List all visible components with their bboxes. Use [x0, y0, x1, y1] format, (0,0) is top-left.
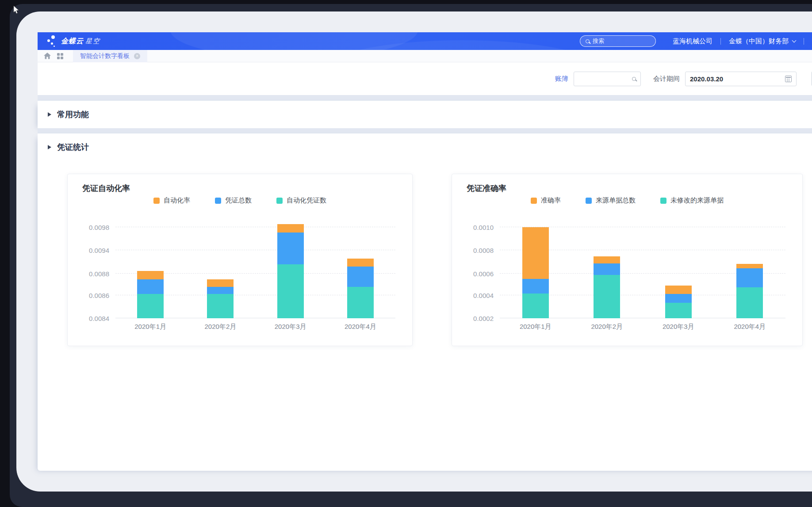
top-navbar: 金蝶云星空 搜索 蓝海机械公司 金蝶（中国）财务部 ?	[38, 32, 812, 50]
x-axis-label: 2020年1月	[500, 323, 571, 331]
org-name: 金蝶（中国）财务部	[729, 37, 789, 46]
section-gap	[38, 128, 812, 133]
y-axis-tick-label: 0.0008	[473, 247, 494, 254]
y-axis-tick-label: 0.0088	[89, 270, 109, 278]
section-title: 常用功能	[57, 109, 89, 120]
y-axis-tick-label: 0.0098	[89, 224, 109, 231]
search-placeholder: 搜索	[593, 37, 604, 45]
chart-legend: 自动化率凭证总数自动化凭证数	[68, 196, 412, 205]
legend-swatch	[276, 198, 283, 204]
search-icon	[632, 77, 636, 81]
y-axis-tick-label: 0.0004	[473, 292, 494, 299]
stacked-bar	[277, 224, 304, 318]
navbar-divider	[720, 38, 721, 45]
section-gap	[38, 95, 812, 101]
legend-swatch	[531, 198, 537, 204]
bar-segment	[665, 303, 692, 318]
x-axis-label: 2020年3月	[643, 323, 714, 331]
y-axis-tick-label: 0.0086	[89, 292, 109, 299]
plot-area	[115, 224, 395, 318]
stacked-bar	[137, 224, 164, 318]
navbar-divider	[804, 38, 804, 45]
x-axis-label: 2020年4月	[326, 323, 395, 331]
kingdee-logo-icon	[47, 34, 57, 48]
bars-layer	[500, 224, 785, 318]
bar-segment	[137, 294, 164, 318]
chart-card-voucher-automation-rate: 凭证自动化率 自动化率凭证总数自动化凭证数 0.00980.00940.0088…	[67, 174, 413, 346]
legend-swatch	[586, 198, 592, 204]
app-logo: 金蝶云星空	[61, 37, 100, 46]
section-title: 凭证统计	[57, 142, 89, 152]
chart-title: 凭证准确率	[467, 183, 506, 194]
stacked-bar	[522, 224, 549, 318]
account-book-label: 账簿	[555, 75, 568, 83]
section-header-voucher-statistics[interactable]: 凭证统计	[38, 133, 812, 161]
accounting-period-value: 2020.03.20	[690, 75, 723, 83]
bar-segment	[277, 264, 304, 318]
bar-segment	[736, 287, 763, 318]
legend-swatch	[660, 198, 666, 204]
tab-bar: 智能会计数字看板 ×	[38, 50, 812, 62]
y-axis: 0.00100.00080.00060.00040.0002	[452, 224, 500, 318]
bar-segment	[347, 287, 374, 318]
legend-label: 自动化率	[164, 196, 190, 205]
bar-segment	[207, 294, 234, 318]
legend-label: 未修改的来源单据	[670, 196, 724, 205]
chart-title: 凭证自动化率	[82, 183, 130, 194]
stacked-bar	[736, 224, 763, 318]
y-axis: 0.00980.00940.00880.00860.0084	[68, 224, 115, 318]
calendar-icon[interactable]	[785, 76, 792, 82]
section-common-functions: 常用功能	[38, 101, 812, 128]
plot-area	[500, 224, 785, 318]
tab-label: 智能会计数字看板	[80, 52, 130, 60]
accounting-period-label: 会计期间	[653, 75, 680, 83]
apps-grid-icon[interactable]	[57, 53, 63, 59]
chart-card-voucher-accuracy-rate: 凭证准确率 准确率来源单据总数未修改的来源单据 0.00100.00080.00…	[452, 174, 803, 346]
accounting-period-input[interactable]: 2020.03.20	[685, 72, 797, 86]
account-book-input[interactable]	[574, 72, 641, 86]
bars-layer	[115, 224, 395, 318]
legend-item[interactable]: 未修改的来源单据	[660, 196, 724, 205]
legend-item[interactable]: 准确率	[531, 196, 561, 205]
mouse-cursor-icon	[13, 6, 19, 15]
stacked-bar	[665, 224, 692, 318]
y-axis-tick-label: 0.0084	[89, 315, 109, 322]
x-axis: 2020年1月2020年2月2020年3月2020年4月	[500, 323, 785, 331]
x-axis-label: 2020年2月	[185, 323, 255, 331]
tab-smart-accounting-dashboard[interactable]: 智能会计数字看板 ×	[73, 50, 147, 62]
org-switcher[interactable]: 金蝶（中国）财务部	[729, 37, 796, 46]
legend-swatch	[153, 198, 160, 204]
stacked-bar	[594, 224, 620, 318]
section-voucher-statistics: 凭证统计 凭证自动化率 自动化率凭证总数自动化凭证数 0.00980.00940…	[38, 133, 812, 471]
tab-close-icon[interactable]: ×	[134, 53, 140, 59]
x-axis-label: 2020年3月	[256, 323, 326, 331]
section-header-common-functions[interactable]: 常用功能	[38, 101, 812, 128]
legend-item[interactable]: 凭证总数	[215, 196, 252, 205]
home-icon[interactable]	[44, 53, 51, 59]
legend-swatch	[215, 198, 221, 204]
collapse-arrow-icon	[48, 145, 51, 149]
legend-label: 准确率	[541, 196, 561, 205]
legend-label: 来源单据总数	[596, 196, 636, 205]
x-axis-label: 2020年2月	[571, 323, 643, 331]
chart-legend: 准确率来源单据总数未修改的来源单据	[452, 196, 802, 205]
legend-label: 凭证总数	[225, 196, 252, 205]
x-axis: 2020年1月2020年2月2020年3月2020年4月	[115, 323, 395, 331]
company-name[interactable]: 蓝海机械公司	[673, 37, 712, 46]
global-search-input[interactable]: 搜索	[580, 35, 656, 47]
chevron-down-icon	[792, 38, 797, 42]
y-axis-tick-label: 0.0006	[473, 270, 494, 278]
filter-bar: 账簿 会计期间 2020.03.20 查询	[38, 62, 812, 95]
x-axis-label: 2020年1月	[115, 323, 185, 331]
app-window: 金蝶云星空 搜索 蓝海机械公司 金蝶（中国）财务部 ? 智能会计数字看板 ×	[16, 11, 812, 492]
stacked-bar	[207, 224, 234, 318]
legend-label: 自动化凭证数	[287, 196, 326, 205]
bar-segment	[594, 275, 620, 318]
legend-item[interactable]: 来源单据总数	[586, 196, 636, 205]
legend-item[interactable]: 自动化率	[153, 196, 190, 205]
y-axis-tick-label: 0.0094	[89, 247, 109, 254]
legend-item[interactable]: 自动化凭证数	[276, 196, 326, 205]
x-axis-label: 2020年4月	[714, 323, 786, 331]
collapse-arrow-icon	[48, 112, 51, 117]
bar-segment	[522, 294, 549, 318]
